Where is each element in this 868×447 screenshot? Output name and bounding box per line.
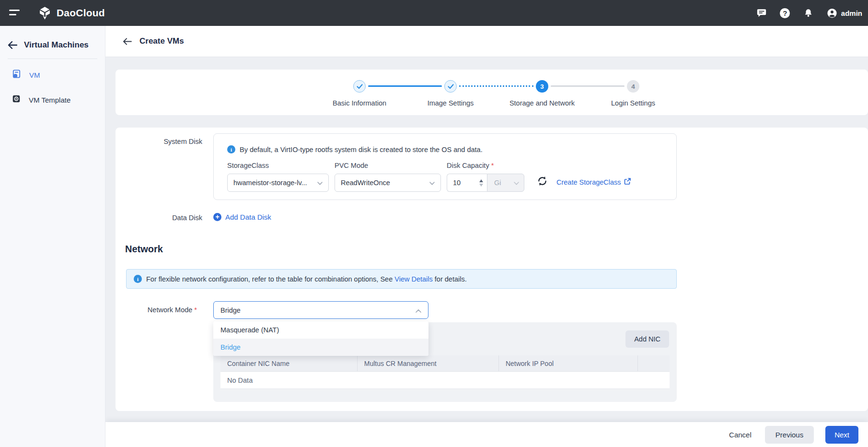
create-vms-page: DaoCloud (0, 0, 868, 447)
network-info-banner: For flexible network configuration, refe… (126, 269, 677, 289)
nic-table: Container NIC Name Multus CR Management … (220, 355, 670, 389)
column-header: Container NIC Name (220, 355, 358, 371)
option-masquerade-nat[interactable]: Masquerade (NAT) (213, 321, 428, 339)
network-mode-value: Bridge (220, 306, 416, 314)
step-label: Login Settings (611, 99, 655, 107)
username-label: admin (841, 9, 862, 17)
external-link-icon (624, 178, 631, 186)
sidebar-title: Virtual Machines (24, 40, 89, 50)
storage-class-select[interactable]: hwameistor-storage-lv... (227, 174, 329, 192)
system-disk-box: By default, a VirtIO-type rootfs system … (213, 133, 677, 200)
capacity-unit-select[interactable]: Gi (487, 174, 524, 192)
chevron-down-icon (429, 179, 435, 187)
storage-class-label: StorageClass (227, 162, 335, 169)
required-marker: * (194, 306, 197, 314)
banner-text: For flexible network configuration, refe… (146, 275, 467, 283)
stepper-down-icon[interactable] (479, 184, 483, 187)
system-disk-label: System Disk (116, 138, 202, 145)
help-icon[interactable] (780, 8, 790, 18)
required-marker: * (491, 162, 494, 169)
system-disk-info-text: By default, a VirtIO-type rootfs system … (240, 146, 483, 153)
number-stepper (478, 176, 485, 189)
pvc-mode-value: ReadWriteOnce (341, 179, 429, 187)
storage-class-value: hwameistor-storage-lv... (233, 179, 317, 187)
disk-capacity-label: Disk Capacity* (447, 162, 524, 169)
step-done-check-icon (444, 80, 457, 93)
daocloud-logo-icon (38, 6, 52, 20)
nic-table-empty-row: No Data (220, 372, 670, 389)
previous-button[interactable]: Previous (765, 426, 814, 444)
step-done-check-icon (353, 80, 366, 93)
column-header: Network IP Pool (499, 355, 638, 371)
step-basic-information[interactable]: Basic Information (314, 80, 405, 107)
chevron-up-icon (416, 306, 421, 314)
daocloud-logo[interactable]: DaoCloud (38, 6, 105, 20)
network-mode-select[interactable]: Bridge (213, 301, 428, 319)
system-disk-info: By default, a VirtIO-type rootfs system … (227, 145, 676, 153)
disk-capacity-field: Disk Capacity* Gi (447, 162, 524, 192)
plus-circle-icon (213, 213, 221, 221)
pvc-mode-field: PVC Mode ReadWriteOnce (335, 162, 447, 192)
storage-class-field: StorageClass hwameistor-storage-lv... (227, 162, 335, 192)
step-storage-and-network[interactable]: 3 Storage and Network (497, 80, 588, 107)
brand-name: DaoCloud (57, 7, 105, 19)
view-details-link[interactable]: View Details (394, 275, 433, 283)
sidebar-item-vm[interactable]: VM (0, 65, 105, 85)
page-header: Create VMs (105, 26, 868, 57)
network-heading: Network (125, 244, 163, 255)
pvc-mode-select[interactable]: ReadWriteOnce (335, 174, 441, 192)
create-storage-class-link[interactable]: Create StorageClass (556, 178, 631, 186)
topbar-actions: admin (756, 8, 868, 18)
stepper-card: Basic Information Image Settings 3 Stora… (116, 70, 868, 115)
user-menu[interactable]: admin (827, 8, 862, 18)
option-bridge[interactable]: Bridge (213, 339, 428, 356)
step-label: Storage and Network (509, 99, 575, 107)
sidebar-back-arrow-icon[interactable] (8, 41, 17, 49)
page-title: Create VMs (139, 36, 184, 46)
column-header: Multus CR Management (358, 355, 499, 371)
cancel-button[interactable]: Cancel (727, 426, 753, 444)
column-header-actions (638, 355, 670, 371)
data-disk-label: Data Disk (116, 214, 202, 222)
add-nic-button[interactable]: Add NIC (625, 330, 669, 348)
step-label: Image Settings (428, 99, 474, 107)
sidebar-divider (8, 59, 97, 59)
refresh-icon[interactable] (537, 176, 548, 188)
step-number-badge: 3 (536, 80, 548, 93)
messages-icon[interactable] (756, 8, 767, 18)
network-mode-label: Network Mode* (116, 306, 197, 314)
next-button[interactable]: Next (825, 426, 858, 444)
vm-icon (12, 69, 22, 81)
step-label: Basic Information (333, 99, 386, 107)
chevron-down-icon (317, 179, 323, 187)
chevron-down-icon (514, 179, 519, 187)
sidebar-item-label: VM (29, 71, 40, 79)
step-number-badge: 4 (627, 80, 639, 93)
avatar-icon (827, 8, 837, 18)
network-mode-dropdown: Masquerade (NAT) Bridge (213, 321, 428, 356)
nic-table-header: Container NIC Name Multus CR Management … (220, 355, 670, 372)
notifications-bell-icon[interactable] (803, 8, 814, 18)
info-icon (227, 145, 235, 153)
sidebar-item-label: VM Template (29, 96, 70, 104)
top-bar: DaoCloud (0, 0, 868, 26)
info-icon (134, 275, 142, 283)
add-data-disk-link[interactable]: Add Data Disk (213, 213, 271, 221)
sidebar-item-vm-template[interactable]: VM Template (0, 90, 105, 110)
sidebar: Virtual Machines VM VM Template (0, 26, 105, 447)
step-login-settings[interactable]: 4 Login Settings (588, 80, 679, 107)
pvc-mode-label: PVC Mode (335, 162, 447, 169)
vm-template-icon (12, 94, 21, 106)
capacity-unit-value: Gi (494, 179, 514, 187)
stepper-up-icon[interactable] (479, 179, 483, 182)
storage-network-form-card: System Disk By default, a VirtIO-type ro… (116, 128, 868, 411)
step-image-settings[interactable]: Image Settings (405, 80, 496, 107)
wizard-footer: Cancel Previous Next (105, 422, 868, 447)
menu-toggle-icon[interactable] (9, 9, 22, 17)
back-arrow-icon[interactable] (123, 38, 132, 45)
